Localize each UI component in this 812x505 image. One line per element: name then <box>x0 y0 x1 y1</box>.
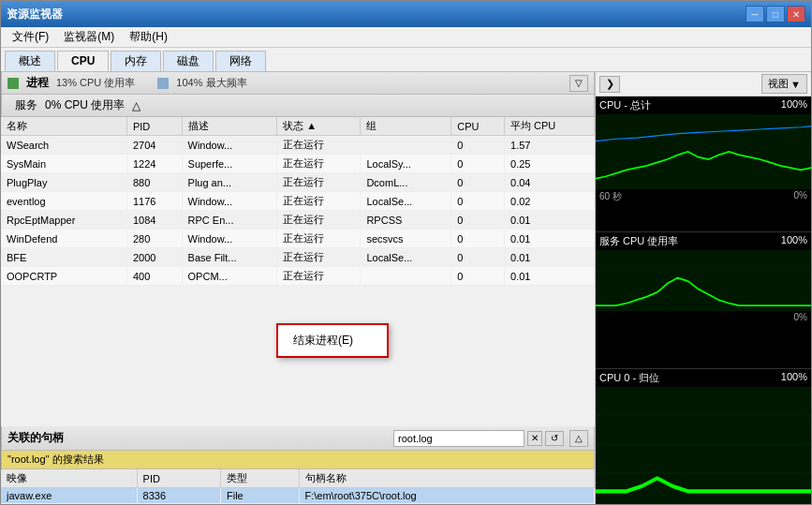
col-status[interactable]: 状态 ▲ <box>277 117 361 136</box>
col-desc[interactable]: 描述 <box>182 117 277 136</box>
menu-file[interactable]: 文件(F) <box>5 27 56 47</box>
cell-avg_cpu: 0.02 <box>505 192 595 211</box>
process-freq-indicator <box>157 78 169 89</box>
service-label: 服务 <box>15 97 37 113</box>
handle-collapse-button[interactable]: △ <box>569 430 588 447</box>
sr-col-type[interactable]: 类型 <box>221 469 300 488</box>
cell-status: 正在运行 <box>277 230 361 248</box>
handle-clear-button[interactable]: ✕ <box>527 431 542 446</box>
table-row[interactable]: WinDefend280Window...正在运行secsvcs00.01 <box>1 230 595 248</box>
process-cpu-indicator <box>7 78 19 89</box>
graph-cpu-total-label: CPU - 总计 100% <box>596 97 811 114</box>
sr-image: javaw.exe <box>1 488 137 504</box>
search-results-section: "root.log" 的搜索结果 映像 PID 类型 句柄名称 <box>1 451 595 504</box>
sr-col-handle[interactable]: 句柄名称 <box>299 469 595 488</box>
cell-avg_cpu: 0.04 <box>505 173 595 192</box>
right-expand-button[interactable]: ❯ <box>599 76 620 93</box>
tab-memory[interactable]: 内存 <box>111 51 161 71</box>
handle-search-input[interactable] <box>393 430 524 447</box>
window-controls: ─ □ ✕ <box>746 6 805 22</box>
cell-name: WinDefend <box>1 230 126 248</box>
handle-search-area: ✕ ↺ <box>393 430 564 447</box>
cell-status: 正在运行 <box>277 136 361 155</box>
cell-group <box>361 267 451 286</box>
service-cpu-usage: 0% CPU 使用率 <box>45 97 125 113</box>
cell-status: 正在运行 <box>277 267 361 286</box>
graph-service-cpu-footer: 0% <box>596 311 811 323</box>
col-name[interactable]: 名称 <box>1 117 126 136</box>
table-row[interactable]: SysMain1224Superfe...正在运行LocalSy...00.25 <box>1 155 595 173</box>
tab-overview[interactable]: 概述 <box>5 51 55 71</box>
cell-group: RPCSS <box>361 211 451 230</box>
cell-avg_cpu: 0.25 <box>505 155 595 173</box>
tab-network[interactable]: 网络 <box>215 51 266 71</box>
menu-monitor[interactable]: 监视器(M) <box>56 27 122 47</box>
cell-group: secsvcs <box>361 230 451 248</box>
table-row[interactable]: eventlog1176Window...正在运行LocalSe...00.02 <box>1 192 595 211</box>
table-row[interactable]: BFE2000Base Filt...正在运行LocalSe...00.01 <box>1 248 595 267</box>
search-results-header: "root.log" 的搜索结果 <box>1 451 595 469</box>
process-section-header[interactable]: 进程 13% CPU 使用率 104% 最大频率 ▽ <box>1 72 595 95</box>
search-result-row[interactable]: javaw.exe 8336 File F:\em\root\375C\root… <box>1 488 595 504</box>
cell-desc: Plug an... <box>182 173 277 192</box>
col-cpu[interactable]: CPU <box>451 117 505 136</box>
cell-desc: RPC En... <box>182 211 277 230</box>
cell-avg_cpu: 0.01 <box>505 230 595 248</box>
cell-desc: Base Filt... <box>182 248 277 267</box>
graph-cpu-total: CPU - 总计 100% 60 秒 0% <box>596 97 811 232</box>
graph-service-cpu-label: 服务 CPU 使用率 100% <box>596 232 811 250</box>
cell-name: RpcEptMapper <box>1 211 126 230</box>
cell-pid: 1176 <box>126 192 182 211</box>
cell-avg_cpu: 0.01 <box>505 248 595 267</box>
services-section: 服务 0% CPU 使用率 △ 名称 PID 描述 状态 ▲ 组 <box>1 95 595 426</box>
maximize-button[interactable]: □ <box>766 6 785 22</box>
col-group[interactable]: 组 <box>361 117 451 136</box>
cell-cpu: 0 <box>451 192 505 211</box>
cell-cpu: 0 <box>451 155 505 173</box>
process-collapse-button[interactable]: ▽ <box>569 75 588 92</box>
service-cpu-graph <box>596 250 811 311</box>
context-menu-end-process[interactable]: 结束进程(E) <box>278 329 387 352</box>
graph-cpu0-label: CPU 0 - 归位 100% <box>596 369 811 387</box>
cpu-total-graph <box>596 114 811 189</box>
table-row[interactable]: OOPCRTP400OPCM...正在运行00.01 <box>1 267 595 286</box>
menu-bar: 文件(F) 监视器(M) 帮助(H) <box>1 27 811 48</box>
table-row[interactable]: RpcEptMapper1084RPC En...正在运行RPCSS00.01 <box>1 211 595 230</box>
close-button[interactable]: ✕ <box>787 6 805 22</box>
cell-name: eventlog <box>1 192 126 211</box>
cell-pid: 1084 <box>126 211 182 230</box>
tab-disk[interactable]: 磁盘 <box>163 51 214 71</box>
sr-type: File <box>221 488 300 504</box>
cell-desc: Window... <box>182 230 277 248</box>
service-section-header[interactable]: 服务 0% CPU 使用率 △ <box>1 95 595 117</box>
cell-status: 正在运行 <box>277 192 361 211</box>
context-menu: 结束进程(E) <box>276 323 389 358</box>
minimize-button[interactable]: ─ <box>746 6 764 22</box>
service-collapse-button[interactable]: △ <box>132 99 140 112</box>
cell-desc: Superfe... <box>182 155 277 173</box>
process-max-freq: 104% 最大频率 <box>176 76 246 90</box>
search-results-table: 映像 PID 类型 句柄名称 javaw.exe 8336 File <box>1 469 595 504</box>
sr-col-image[interactable]: 映像 <box>1 469 137 488</box>
cell-pid: 280 <box>126 230 182 248</box>
cell-cpu: 0 <box>451 230 505 248</box>
cell-desc: Window... <box>182 192 277 211</box>
handle-refresh-button[interactable]: ↺ <box>545 431 564 446</box>
handle-section-header[interactable]: 关联的句柄 ✕ ↺ △ <box>1 426 595 451</box>
table-row[interactable]: PlugPlay880Plug an...正在运行DcomL...00.04 <box>1 173 595 192</box>
graph-cpu0: CPU 0 - 归位 100% <box>596 369 811 504</box>
cell-avg_cpu: 0.01 <box>505 211 595 230</box>
col-avg-cpu[interactable]: 平均 CPU <box>505 117 595 136</box>
cell-cpu: 0 <box>451 211 505 230</box>
right-view-button[interactable]: 视图 ▼ <box>761 74 807 94</box>
sr-col-pid[interactable]: PID <box>137 469 220 488</box>
cell-group <box>361 136 451 155</box>
cell-name: SysMain <box>1 155 126 173</box>
table-row[interactable]: WSearch2704Window...正在运行01.57 <box>1 136 595 155</box>
services-table-container[interactable]: 名称 PID 描述 状态 ▲ 组 CPU 平均 CPU WSearch2704W… <box>1 117 595 426</box>
cell-group: LocalSe... <box>361 192 451 211</box>
col-pid[interactable]: PID <box>126 117 182 136</box>
window-title: 资源监视器 <box>7 7 63 22</box>
menu-help[interactable]: 帮助(H) <box>122 27 175 47</box>
tab-cpu[interactable]: CPU <box>57 51 109 71</box>
